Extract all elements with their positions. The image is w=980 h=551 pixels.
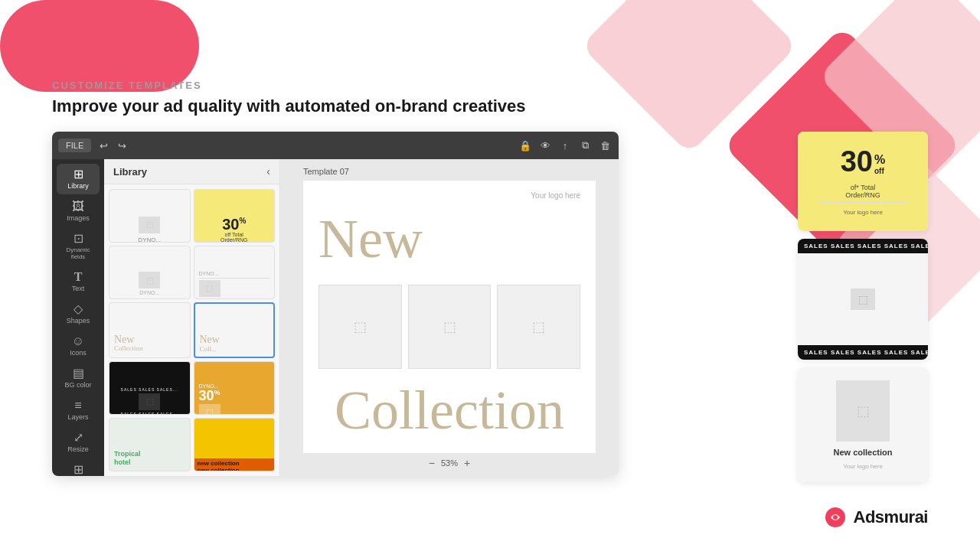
sidebar-item-bg-color[interactable]: ▤ BG color (57, 363, 100, 393)
preview-sales-text-bottom: SALES SALES SALES SALES SALES (804, 349, 922, 356)
template-thumb-10[interactable]: new collection new collection new collec… (194, 418, 276, 471)
deco-shape-coral-bottom (0, 0, 199, 92)
preview-card-sales: SALES SALES SALES SALES SALES ⬚ SALES SA… (798, 239, 928, 360)
preview-30off-content: 30 %off of* TotalOrder/RNG Your logo her… (798, 132, 928, 231)
preview-newcoll-content: ⬚ New collection Your logo here (798, 367, 928, 482)
library-grid: ⬚ DYNO... 30% off TotalOrder/RNG (104, 184, 279, 476)
template-thumb-7[interactable]: SALES SALES SALES... ⬚ SALES SALES SALES… (109, 361, 191, 415)
file-button[interactable]: FILE (58, 139, 91, 152)
sidebar-item-images[interactable]: 🖼 Images (57, 196, 100, 227)
share-icon[interactable]: ↑ (557, 138, 573, 153)
adsmurai-logo: Adsmurai (825, 507, 928, 528)
library-icon: ⊞ (74, 168, 83, 181)
preview-30-subtitle: of* TotalOrder/RNG (845, 184, 880, 199)
canvas-area: Template 07 Your logo here New ⬚ ⬚ ⬚ Col… (280, 159, 619, 476)
undo-button[interactable]: ↩ (96, 138, 111, 153)
preview-sales-body: ⬚ (798, 253, 928, 345)
template-thumb-6[interactable]: ✓ New Coll... (194, 302, 276, 357)
template-thumb-8[interactable]: DYNO... 30% ⬚ (194, 361, 276, 415)
preview-30-logo: Your logo here (843, 209, 883, 216)
zoom-level: 53% (441, 458, 458, 468)
template-thumb-3[interactable]: ⬚ DYNO...___ (109, 246, 191, 299)
preview-discount-sup: %off (874, 147, 885, 181)
sidebar-item-icons[interactable]: ☺ Icons (57, 331, 100, 361)
images-icon: 🖼 (72, 201, 84, 213)
preview-newcoll-sub: Your logo here (843, 463, 883, 470)
preview-newcoll-image: ⬚ (836, 380, 890, 442)
sidebar-item-grid[interactable]: ⊞ Grid (57, 459, 100, 476)
canvas-template-title: Template 07 (303, 167, 349, 176)
canvas-image-2[interactable]: ⬚ (408, 285, 492, 369)
sidebar-item-library[interactable]: ⊞ Library (57, 164, 100, 194)
canvas-frame[interactable]: Your logo here New ⬚ ⬚ ⬚ Collection (303, 181, 596, 453)
page-heading: Improve your ad quality with automated o… (52, 96, 526, 116)
adsmurai-name: Adsmurai (854, 507, 928, 527)
preview-divider (818, 202, 908, 203)
adsmurai-icon (825, 507, 846, 528)
delete-icon[interactable]: 🗑 (597, 138, 612, 153)
template-thumb-2[interactable]: 30% off TotalOrder/RNG (194, 189, 276, 243)
sidebar-item-shapes[interactable]: ◇ Shapes (57, 298, 100, 329)
bg-color-icon: ▤ (73, 367, 84, 380)
icons-icon: ☺ (72, 335, 84, 347)
zoom-out-button[interactable]: − (429, 458, 435, 468)
template-thumb-5[interactable]: New Collection (109, 302, 191, 357)
sidebar-item-text[interactable]: T Text (57, 266, 100, 297)
shapes-icon: ◇ (74, 303, 83, 315)
svg-point-1 (833, 515, 838, 520)
canvas-image-3[interactable]: ⬚ (497, 285, 580, 369)
layers-icon: ≡ (74, 399, 81, 412)
canvas-zoom-bar: − 53% + (429, 458, 470, 468)
template-thumb-1[interactable]: ⬚ DYNO... (109, 189, 191, 243)
editor-body: ⊞ Library 🖼 Images ⊡ Dynamic fields T Te… (52, 159, 619, 476)
library-panel: Library ‹ ⬚ DYNO... 30% (104, 159, 280, 476)
preview-off: off (874, 167, 884, 175)
preview-sales-text-top: SALES SALES SALES SALES SALES (804, 243, 922, 249)
template-thumb-9[interactable]: Tropicalhotel (109, 418, 191, 471)
preview-newcoll-label: New collection (833, 448, 892, 457)
preview-sales-bottom: SALES SALES SALES SALES SALES (798, 345, 928, 360)
canvas-new-text: New (318, 211, 423, 266)
dynamic-icon: ⊡ (74, 233, 83, 245)
editor-toolbar: FILE ↩ ↪ 🔒 👁 ↑ ⧉ 🗑 (52, 132, 619, 159)
canvas-image-1[interactable]: ⬚ (318, 285, 402, 369)
eye-icon[interactable]: 👁 (537, 138, 553, 153)
sidebar-item-dynamic[interactable]: ⊡ Dynamic fields (57, 228, 100, 265)
sidebar-item-layers[interactable]: ≡ Layers (57, 395, 100, 425)
library-header: Library ‹ (104, 159, 279, 184)
page-label: CUSTOMIZE TEMPLATES (52, 80, 202, 91)
sidebar-item-resize[interactable]: ⤢ Resize (57, 427, 100, 458)
resize-icon: ⤢ (74, 432, 83, 444)
library-title: Library (113, 166, 147, 178)
canvas-collection-text: Collection (318, 383, 580, 438)
redo-button[interactable]: ↪ (114, 138, 129, 153)
right-preview-panel: 30 %off of* TotalOrder/RNG Your logo her… (798, 132, 928, 482)
editor-container: FILE ↩ ↪ 🔒 👁 ↑ ⧉ 🗑 ⊞ Library 🖼 Images ⊡ … (52, 132, 619, 476)
preview-sales-image: ⬚ (851, 289, 875, 310)
canvas-images-row: ⬚ ⬚ ⬚ (318, 285, 580, 369)
preview-card-30off: 30 %off of* TotalOrder/RNG Your logo her… (798, 132, 928, 231)
preview-sales-top: SALES SALES SALES SALES SALES (798, 239, 928, 253)
preview-card-newcoll: ⬚ New collection Your logo here (798, 367, 928, 482)
grid-icon: ⊞ (74, 464, 83, 476)
copy-icon[interactable]: ⧉ (577, 138, 593, 153)
zoom-in-button[interactable]: + (464, 458, 470, 468)
canvas-logo: Your logo here (531, 191, 580, 200)
lock-icon[interactable]: 🔒 (518, 138, 533, 153)
preview-discount-number: 30 (841, 147, 873, 176)
library-chevron-icon[interactable]: ‹ (266, 165, 270, 178)
text-icon: T (74, 271, 83, 283)
template-thumb-4[interactable]: DYNO... ⬚ ___ (194, 246, 276, 299)
sidebar-icons: ⊞ Library 🖼 Images ⊡ Dynamic fields T Te… (52, 159, 104, 476)
